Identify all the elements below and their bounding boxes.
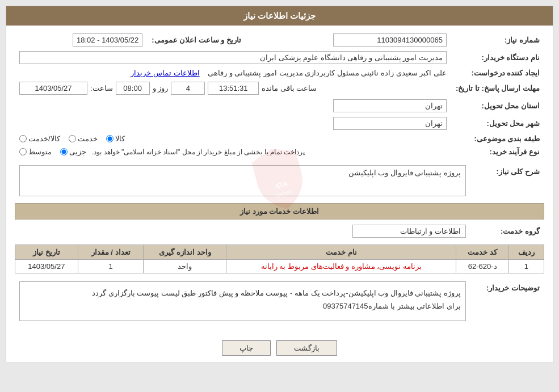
radio-medium-item[interactable]: متوسط bbox=[19, 147, 52, 156]
table-row: 1 د-620-62 برنامه نویسی، مشاوره و فعالیت… bbox=[15, 260, 544, 273]
radio-service[interactable]: خدمت bbox=[69, 134, 98, 143]
footer-buttons: بازگشت چاپ bbox=[6, 334, 553, 363]
back-button[interactable]: بازگشت bbox=[276, 340, 337, 356]
col-unit: واحد اندازه گیری bbox=[144, 245, 226, 260]
announcement-label: تاریخ و ساعت اعلان عمومی: bbox=[147, 31, 246, 49]
services-header-row: ردیف کد خدمت نام خدمت واحد اندازه گیری ت… bbox=[15, 245, 544, 260]
response-days-box: 4 bbox=[171, 82, 205, 95]
row-category: طبقه بندی موضوعی: کالا/خدمت خدمت bbox=[15, 132, 544, 145]
buyer-notes-table: توضیحات خریدار: پروژه پشتیبانی فایروال و… bbox=[15, 279, 544, 323]
contact-link[interactable]: اطلاعات تماس خریدار bbox=[131, 69, 199, 77]
category-label: طبقه بندی موضوعی: bbox=[451, 132, 544, 145]
response-deadline-values: 1403/05/27 ساعت: 08:00 روز و 4 13: bbox=[15, 79, 451, 97]
need-number-label: شماره نیاز: bbox=[451, 31, 544, 49]
page-title: جزئیات اطلاعات نیاز bbox=[243, 11, 316, 20]
col-row-num: ردیف bbox=[508, 245, 544, 260]
page-header: جزئیات اطلاعات نیاز bbox=[6, 6, 553, 26]
need-number-value: 1103094130000065 bbox=[246, 31, 451, 49]
process-note: پرداخت تمام یا بخشی از مبلغ خریدار از مح… bbox=[92, 148, 305, 156]
row-creator: ایجاد کننده درخواست: علی اکبر سعیدی زاده… bbox=[15, 66, 544, 79]
radio-partial-item[interactable]: جزیی bbox=[60, 147, 86, 156]
print-button[interactable]: چاپ bbox=[222, 340, 271, 356]
row-description: شرح کلی نیاز: پروژه پشتیبانی فایروال وب … bbox=[15, 163, 544, 199]
radio-goods-service-input[interactable] bbox=[19, 135, 27, 142]
creator-value: علی اکبر سعیدی زاده نائینی مسئول کاربردا… bbox=[15, 66, 451, 79]
col-quantity: تعداد / مقدار bbox=[78, 245, 144, 260]
radio-medium-input[interactable] bbox=[19, 148, 27, 155]
response-date-box: 1403/05/27 bbox=[19, 82, 87, 95]
service-group-label: گروه خدمت: bbox=[470, 222, 544, 240]
buyer-notes-label: توضیحات خریدار: bbox=[470, 279, 544, 323]
process-content: متوسط جزیی پرداخت تمام یا بخشی از مبلغ خ… bbox=[15, 145, 451, 158]
category-radios: کالا/خدمت خدمت کالا bbox=[15, 132, 451, 145]
cell-quantity: 1 bbox=[78, 260, 144, 273]
radio-goods-input[interactable] bbox=[106, 135, 114, 142]
process-container: متوسط جزیی پرداخت تمام یا بخشی از مبلغ خ… bbox=[19, 147, 447, 156]
description-table: شرح کلی نیاز: پروژه پشتیبانی فایروال وب … bbox=[15, 163, 544, 199]
row-need-number: شماره نیاز: 1103094130000065 تاریخ و ساع… bbox=[15, 31, 544, 49]
page-wrapper: جزئیات اطلاعات نیاز ATA TENDER شماره نیا… bbox=[0, 0, 559, 369]
services-table: ردیف کد خدمت نام خدمت واحد اندازه گیری ت… bbox=[15, 245, 544, 273]
announcement-value: 1403/05/22 - 18:02 bbox=[15, 31, 147, 49]
service-group-table: گروه خدمت: اطلاعات و ارتباطات bbox=[15, 222, 544, 240]
col-service-name: نام خدمت bbox=[226, 245, 456, 260]
cell-service-code: د-620-62 bbox=[456, 260, 509, 273]
cell-unit: واحد bbox=[144, 260, 226, 273]
cell-row-num: 1 bbox=[508, 260, 544, 273]
cell-service-name: برنامه نویسی، مشاوره و فعالیت‌های مربوط … bbox=[226, 260, 456, 273]
col-need-date: تاریخ نیاز bbox=[15, 245, 78, 260]
services-table-body: 1 د-620-62 برنامه نویسی، مشاوره و فعالیت… bbox=[15, 260, 544, 273]
response-remaining-box: 13:51:31 bbox=[208, 82, 259, 95]
col-service-code: کد خدمت bbox=[456, 245, 509, 260]
radio-partial-input[interactable] bbox=[60, 148, 68, 155]
row-buyer-notes: توضیحات خریدار: پروژه پشتیبانی فایروال و… bbox=[15, 279, 544, 323]
province-value: تهران bbox=[15, 97, 451, 115]
buyer-org-box: مدیریت امور پشتیبانی و رفاهی دانشگاه علو… bbox=[19, 51, 447, 64]
buyer-notes-value: پروژه پشتیبانی فایروال وب اپلیکیشن-پرداخ… bbox=[15, 279, 470, 323]
content-area: ATA TENDER شماره نیاز: 1103094130000065 … bbox=[6, 26, 553, 334]
row-response-deadline: مهلت ارسال پاسخ: تا تاریخ: 1403/05/27 سا… bbox=[15, 79, 544, 97]
category-radio-group: کالا/خدمت خدمت کالا bbox=[19, 134, 447, 143]
radio-goods[interactable]: کالا bbox=[106, 134, 125, 143]
services-section-header: اطلاعات خدمات مورد نیاز bbox=[15, 203, 544, 220]
buyer-notes-box: پروژه پشتیبانی فایروال وب اپلیکیشن-پرداخ… bbox=[19, 281, 466, 321]
need-number-box: 1103094130000065 bbox=[333, 33, 447, 47]
row-buyer-org: نام دستگاه خریدار: مدیریت امور پشتیبانی … bbox=[15, 49, 544, 66]
process-radio-group: متوسط جزیی bbox=[19, 147, 86, 156]
city-value: تهران bbox=[15, 115, 451, 132]
process-label: نوع فرآیند خرید: bbox=[451, 145, 544, 158]
description-box: پروژه پشتیبانی فایروال وب اپلیکیشن bbox=[19, 165, 466, 196]
response-remaining-label: ساعت باقی مانده bbox=[262, 84, 317, 92]
description-value: پروژه پشتیبانی فایروال وب اپلیکیشن bbox=[15, 163, 470, 199]
service-group-box: اطلاعات و ارتباطات bbox=[352, 225, 466, 238]
radio-goods-service[interactable]: کالا/خدمت bbox=[19, 134, 60, 143]
city-label: شهر محل تحویل: bbox=[451, 115, 544, 132]
buyer-org-label: نام دستگاه خریدار: bbox=[451, 49, 544, 66]
creator-label: ایجاد کننده درخواست: bbox=[451, 66, 544, 79]
description-label: شرح کلی نیاز: bbox=[470, 163, 544, 199]
response-time-box: 08:00 bbox=[116, 82, 150, 95]
service-group-value: اطلاعات و ارتباطات bbox=[15, 222, 470, 240]
response-time-label: ساعت: bbox=[90, 84, 113, 92]
city-box: تهران bbox=[333, 117, 447, 130]
services-table-header: ردیف کد خدمت نام خدمت واحد اندازه گیری ت… bbox=[15, 245, 544, 260]
row-city: شهر محل تحویل: تهران bbox=[15, 115, 544, 132]
info-table: شماره نیاز: 1103094130000065 تاریخ و ساع… bbox=[15, 31, 544, 158]
response-days-label: روز و bbox=[153, 84, 169, 92]
main-container: جزئیات اطلاعات نیاز ATA TENDER شماره نیا… bbox=[6, 6, 553, 363]
row-service-group: گروه خدمت: اطلاعات و ارتباطات bbox=[15, 222, 544, 240]
province-box: تهران bbox=[333, 99, 447, 112]
buyer-org-value: مدیریت امور پشتیبانی و رفاهی دانشگاه علو… bbox=[15, 49, 451, 66]
radio-service-input[interactable] bbox=[69, 135, 76, 142]
response-deadline-label: مهلت ارسال پاسخ: تا تاریخ: bbox=[451, 79, 544, 97]
cell-need-date: 1403/05/27 bbox=[15, 260, 78, 273]
row-process: نوع فرآیند خرید: متوسط جزیی bbox=[15, 145, 544, 158]
province-label: استان محل تحویل: bbox=[451, 97, 544, 115]
announcement-box: 1403/05/22 - 18:02 bbox=[73, 33, 142, 47]
row-province: استان محل تحویل: تهران bbox=[15, 97, 544, 115]
